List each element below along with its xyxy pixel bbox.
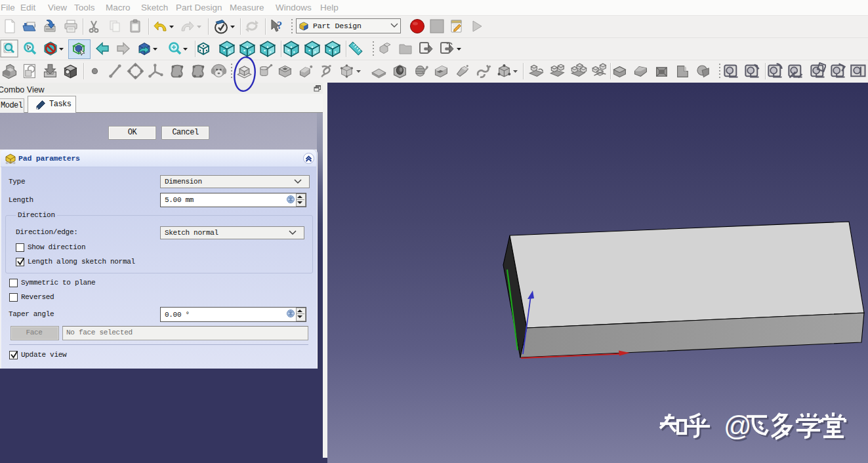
svg-text:?: ? (277, 20, 282, 31)
svg-text:@: @ (724, 411, 752, 441)
